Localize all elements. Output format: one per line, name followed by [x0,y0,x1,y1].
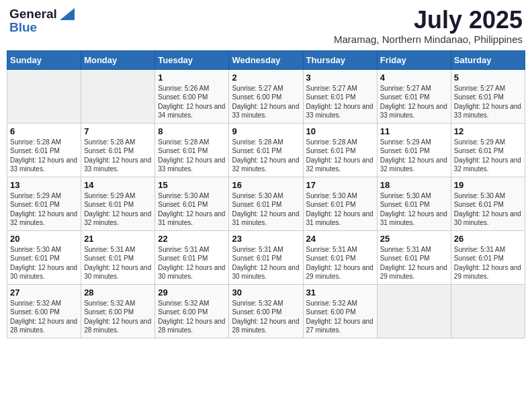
day-number: 21 [84,234,152,244]
calendar-header-row: SundayMondayTuesdayWednesdayThursdayFrid… [7,50,525,69]
logo-icon [60,8,75,20]
title-block: July 2025 Maramag, Northern Mindanao, Ph… [334,7,523,45]
cell-info: Sunrise: 5:32 AMSunset: 6:00 PMDaylight:… [158,299,226,335]
cell-info: Sunrise: 5:27 AMSunset: 6:01 PMDaylight:… [454,84,522,120]
day-number: 19 [454,180,522,190]
header-friday: Friday [377,50,451,69]
day-number: 16 [232,180,300,190]
day-number: 24 [306,234,374,244]
cell-info: Sunrise: 5:27 AMSunset: 6:00 PMDaylight:… [232,84,300,120]
calendar-cell: 13Sunrise: 5:29 AMSunset: 6:01 PMDayligh… [7,177,81,230]
day-number: 29 [158,287,226,298]
header-saturday: Saturday [451,50,525,69]
cell-info: Sunrise: 5:31 AMSunset: 6:01 PMDaylight:… [84,245,152,281]
calendar-cell [377,284,451,338]
calendar-cell: 23Sunrise: 5:31 AMSunset: 6:01 PMDayligh… [229,230,303,284]
cell-info: Sunrise: 5:28 AMSunset: 6:01 PMDaylight:… [10,138,78,174]
calendar-cell: 28Sunrise: 5:32 AMSunset: 6:00 PMDayligh… [81,284,155,338]
calendar-cell [451,284,525,338]
cell-info: Sunrise: 5:30 AMSunset: 6:01 PMDaylight:… [380,191,448,228]
calendar-cell: 16Sunrise: 5:30 AMSunset: 6:01 PMDayligh… [229,177,303,230]
calendar-week-3: 20Sunrise: 5:30 AMSunset: 6:01 PMDayligh… [7,230,525,284]
logo: General Blue [9,7,75,35]
cell-info: Sunrise: 5:31 AMSunset: 6:01 PMDaylight:… [158,245,226,281]
cell-info: Sunrise: 5:28 AMSunset: 6:01 PMDaylight:… [158,138,226,174]
day-number: 6 [10,126,78,136]
cell-info: Sunrise: 5:29 AMSunset: 6:01 PMDaylight:… [84,191,152,228]
cell-info: Sunrise: 5:29 AMSunset: 6:01 PMDaylight:… [380,138,448,174]
logo-blue: Blue [9,20,37,35]
cell-info: Sunrise: 5:30 AMSunset: 6:01 PMDaylight:… [232,191,300,228]
cell-info: Sunrise: 5:32 AMSunset: 6:00 PMDaylight:… [10,299,78,335]
day-number: 15 [158,180,226,190]
calendar-table: SundayMondayTuesdayWednesdayThursdayFrid… [7,50,525,338]
cell-info: Sunrise: 5:28 AMSunset: 6:01 PMDaylight:… [232,138,300,174]
header-tuesday: Tuesday [155,50,229,69]
day-number: 9 [232,126,300,136]
cell-info: Sunrise: 5:32 AMSunset: 6:00 PMDaylight:… [306,299,374,335]
day-number: 18 [380,180,448,190]
calendar-week-4: 27Sunrise: 5:32 AMSunset: 6:00 PMDayligh… [7,284,525,338]
day-number: 27 [10,287,78,298]
calendar-cell: 4Sunrise: 5:27 AMSunset: 6:01 PMDaylight… [377,69,451,123]
cell-info: Sunrise: 5:27 AMSunset: 6:01 PMDaylight:… [306,84,374,120]
day-number: 28 [84,287,152,298]
day-number: 31 [306,287,374,298]
day-number: 17 [306,180,374,190]
calendar-cell: 30Sunrise: 5:32 AMSunset: 6:00 PMDayligh… [229,284,303,338]
cell-info: Sunrise: 5:32 AMSunset: 6:00 PMDaylight:… [84,299,152,335]
calendar-cell: 3Sunrise: 5:27 AMSunset: 6:01 PMDaylight… [303,69,377,123]
calendar-week-2: 13Sunrise: 5:29 AMSunset: 6:01 PMDayligh… [7,177,525,230]
cell-info: Sunrise: 5:31 AMSunset: 6:01 PMDaylight:… [232,245,300,281]
day-number: 7 [84,126,152,136]
header-wednesday: Wednesday [229,50,303,69]
day-number: 20 [10,234,78,244]
cell-info: Sunrise: 5:26 AMSunset: 6:00 PMDaylight:… [158,84,226,120]
day-number: 11 [380,126,448,136]
cell-info: Sunrise: 5:29 AMSunset: 6:01 PMDaylight:… [10,191,78,228]
day-number: 8 [158,126,226,136]
calendar-week-0: 1Sunrise: 5:26 AMSunset: 6:00 PMDaylight… [7,69,525,123]
calendar-cell: 8Sunrise: 5:28 AMSunset: 6:01 PMDaylight… [155,123,229,177]
day-number: 13 [10,180,78,190]
day-number: 26 [454,234,522,244]
day-number: 4 [380,73,448,83]
cell-info: Sunrise: 5:30 AMSunset: 6:01 PMDaylight:… [158,191,226,228]
calendar-body: 1Sunrise: 5:26 AMSunset: 6:00 PMDaylight… [7,69,525,338]
calendar-cell: 26Sunrise: 5:31 AMSunset: 6:01 PMDayligh… [451,230,525,284]
calendar-cell: 7Sunrise: 5:28 AMSunset: 6:01 PMDaylight… [81,123,155,177]
calendar-cell: 17Sunrise: 5:30 AMSunset: 6:01 PMDayligh… [303,177,377,230]
calendar-cell: 9Sunrise: 5:28 AMSunset: 6:01 PMDaylight… [229,123,303,177]
calendar-cell: 25Sunrise: 5:31 AMSunset: 6:01 PMDayligh… [377,230,451,284]
day-number: 23 [232,234,300,244]
day-number: 30 [232,287,300,298]
calendar-cell: 11Sunrise: 5:29 AMSunset: 6:01 PMDayligh… [377,123,451,177]
header-thursday: Thursday [303,50,377,69]
day-number: 1 [158,73,226,83]
calendar-cell: 12Sunrise: 5:29 AMSunset: 6:01 PMDayligh… [451,123,525,177]
day-number: 12 [454,126,522,136]
day-number: 2 [232,73,300,83]
day-number: 10 [306,126,374,136]
day-number: 22 [158,234,226,244]
calendar-cell: 5Sunrise: 5:27 AMSunset: 6:01 PMDaylight… [451,69,525,123]
cell-info: Sunrise: 5:30 AMSunset: 6:01 PMDaylight:… [454,191,522,228]
cell-info: Sunrise: 5:28 AMSunset: 6:01 PMDaylight:… [306,138,374,174]
calendar-cell: 6Sunrise: 5:28 AMSunset: 6:01 PMDaylight… [7,123,81,177]
svg-marker-0 [60,8,75,20]
day-number: 25 [380,234,448,244]
calendar-cell [81,69,155,123]
cell-info: Sunrise: 5:29 AMSunset: 6:01 PMDaylight:… [454,138,522,174]
calendar-cell: 22Sunrise: 5:31 AMSunset: 6:01 PMDayligh… [155,230,229,284]
day-number: 14 [84,180,152,190]
header-monday: Monday [81,50,155,69]
cell-info: Sunrise: 5:27 AMSunset: 6:01 PMDaylight:… [380,84,448,120]
calendar-cell: 19Sunrise: 5:30 AMSunset: 6:01 PMDayligh… [451,177,525,230]
calendar-cell: 14Sunrise: 5:29 AMSunset: 6:01 PMDayligh… [81,177,155,230]
day-number: 3 [306,73,374,83]
calendar-cell: 27Sunrise: 5:32 AMSunset: 6:00 PMDayligh… [7,284,81,338]
header-sunday: Sunday [7,50,81,69]
cell-info: Sunrise: 5:32 AMSunset: 6:00 PMDaylight:… [232,299,300,335]
cell-info: Sunrise: 5:30 AMSunset: 6:01 PMDaylight:… [306,191,374,228]
cell-info: Sunrise: 5:31 AMSunset: 6:01 PMDaylight:… [380,245,448,281]
